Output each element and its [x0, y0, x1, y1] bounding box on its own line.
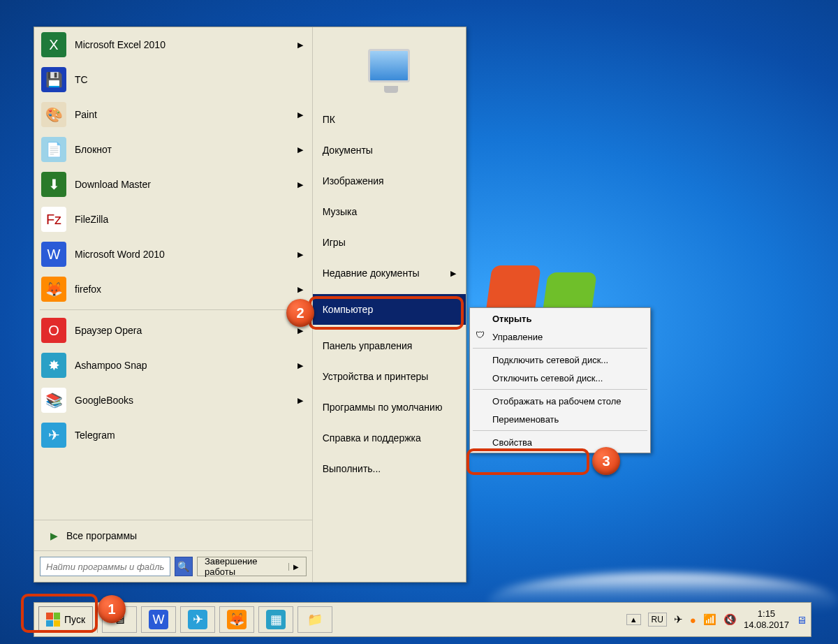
clock-date: 14.08.2017: [744, 620, 789, 631]
start-button[interactable]: Пуск: [38, 606, 93, 633]
chevron-right-icon: ▶: [295, 285, 305, 294]
prog-dm[interactable]: ⬇Download Master▶: [34, 167, 312, 202]
prog-gbooks-icon: 📚: [41, 388, 66, 413]
prog-paint[interactable]: 🎨Paint▶: [34, 97, 312, 132]
r-music[interactable]: Музыка: [313, 196, 466, 227]
tray-telegram-icon[interactable]: ✈: [674, 613, 683, 626]
prog-notepad[interactable]: 📄Блокнот▶: [34, 132, 312, 167]
search-button[interactable]: 🔍: [175, 557, 193, 576]
all-programs-label: Все программы: [66, 530, 137, 541]
task-snap[interactable]: ▦: [258, 606, 293, 633]
context-label: Отключить сетевой диск...: [492, 373, 603, 383]
start-menu: XMicrosoft Excel 2010▶💾TC🎨Paint▶📄Блокнот…: [34, 27, 466, 583]
menu-label: Изображения: [323, 175, 384, 186]
menu-label: Выполнить...: [323, 463, 381, 474]
r-images[interactable]: Изображения: [313, 166, 466, 196]
menu-label: Программы по умолчанию: [323, 402, 443, 413]
ctx-rename[interactable]: Переименовать: [471, 410, 649, 428]
search-input[interactable]: [40, 557, 170, 576]
separator: [40, 309, 307, 310]
r-help[interactable]: Справка и поддержка: [313, 423, 466, 453]
r-defaults[interactable]: Программы по умолчанию: [313, 392, 466, 423]
language-indicator[interactable]: RU: [648, 613, 667, 627]
prog-excel-icon: X: [41, 32, 66, 57]
ctx-open[interactable]: Открыть: [471, 309, 649, 328]
chevron-right-icon: ▶: [295, 361, 305, 370]
program-label: TC: [75, 74, 305, 85]
windows-flag-icon: [46, 613, 60, 627]
prog-excel[interactable]: XMicrosoft Excel 2010▶: [34, 27, 312, 62]
shutdown-button[interactable]: Завершение работы ▶: [197, 557, 307, 576]
ctx-manage[interactable]: Управление: [471, 328, 649, 346]
prog-telegram[interactable]: ✈Telegram: [34, 418, 312, 453]
prog-snap[interactable]: ✸Ashampoo Snap▶: [34, 348, 312, 383]
r-devices[interactable]: Устройства и принтеры: [313, 361, 466, 392]
context-separator: [473, 389, 647, 390]
tray-network-icon[interactable]: 📶: [703, 613, 716, 626]
menu-label: Музыка: [323, 206, 358, 217]
context-separator: [473, 348, 647, 349]
annotation-marker-3: 3: [592, 447, 620, 475]
chevron-right-icon: ▶: [295, 326, 305, 335]
r-games[interactable]: Игры: [313, 227, 466, 258]
program-label: firefox: [75, 284, 295, 295]
r-computer[interactable]: Компьютер: [313, 294, 466, 325]
start-menu-left: XMicrosoft Excel 2010▶💾TC🎨Paint▶📄Блокнот…: [34, 27, 313, 582]
task-folder[interactable]: 📁: [297, 606, 332, 633]
ctx-show-desktop[interactable]: Отображать на рабочем столе: [471, 392, 649, 410]
prog-firefox[interactable]: 🦊firefox▶: [34, 272, 312, 307]
chevron-right-icon: ▶: [450, 269, 456, 278]
menu-label: Документы: [323, 145, 373, 156]
chevron-right-icon: ▶: [295, 110, 305, 119]
prog-tc-icon: 💾: [41, 67, 66, 92]
start-menu-right: ПКДокументыИзображенияМузыкаИгрыНедавние…: [313, 27, 466, 582]
ctx-unmap-drive[interactable]: Отключить сетевой диск...: [471, 369, 649, 387]
prog-word[interactable]: WMicrosoft Word 2010▶: [34, 237, 312, 272]
prog-paint-icon: 🎨: [41, 102, 66, 127]
chevron-right-icon: ▶: [295, 180, 305, 189]
chevron-right-icon: ▶: [295, 250, 305, 259]
program-label: Paint: [75, 109, 295, 120]
tray-volume-icon[interactable]: 🔇: [723, 613, 737, 626]
search-row: 🔍 Завершение работы ▶: [34, 550, 312, 582]
all-programs[interactable]: ▶ Все программы: [34, 520, 312, 550]
chevron-right-icon: ▶: [295, 41, 305, 50]
prog-notepad-icon: 📄: [41, 137, 66, 162]
clock[interactable]: 1:15 14.08.2017: [744, 608, 789, 630]
program-label: Microsoft Word 2010: [75, 249, 295, 260]
user-picture[interactable]: [313, 27, 466, 104]
program-label: Ashampoo Snap: [75, 360, 295, 371]
menu-label: Недавние документы: [323, 268, 420, 279]
program-label: Браузер Opera: [75, 325, 295, 336]
context-label: Управление: [492, 332, 543, 342]
ctx-map-drive[interactable]: Подключить сетевой диск...: [471, 351, 649, 369]
tray-expand-icon[interactable]: ▲: [626, 614, 641, 625]
r-pc[interactable]: ПК: [313, 104, 466, 135]
r-documents[interactable]: Документы: [313, 135, 466, 166]
program-label: Download Master: [75, 179, 295, 190]
shutdown-label: Завершение работы: [205, 556, 283, 577]
r-run[interactable]: Выполнить...: [313, 453, 466, 484]
task-word[interactable]: W: [141, 606, 176, 633]
chevron-right-icon: ▶: [295, 145, 305, 154]
clock-time: 1:15: [744, 608, 789, 620]
start-label: Пуск: [64, 614, 85, 625]
menu-label: ПК: [323, 114, 335, 125]
prog-tc[interactable]: 💾TC: [34, 62, 312, 97]
tray-avast-icon[interactable]: ●: [690, 614, 696, 626]
menu-label: Компьютер: [323, 304, 373, 315]
task-telegram[interactable]: ✈: [180, 606, 215, 633]
r-recent[interactable]: Недавние документы▶: [313, 258, 466, 288]
prog-gbooks[interactable]: 📚GoogleBooks▶: [34, 383, 312, 418]
triangle-icon: ▶: [41, 530, 66, 541]
r-controlpanel[interactable]: Панель управления: [313, 330, 466, 361]
prog-dm-icon: ⬇: [41, 172, 66, 197]
annotation-marker-2: 2: [286, 299, 314, 327]
prog-filezilla[interactable]: FzFileZilla: [34, 202, 312, 237]
tray-monitor-icon[interactable]: 🖥: [796, 614, 807, 626]
ctx-properties[interactable]: Свойства: [471, 433, 649, 451]
menu-label: Панель управления: [323, 340, 413, 351]
chevron-right-icon: ▶: [288, 563, 299, 571]
prog-opera[interactable]: OБраузер Opera▶: [34, 313, 312, 348]
task-firefox[interactable]: 🦊: [219, 606, 254, 633]
